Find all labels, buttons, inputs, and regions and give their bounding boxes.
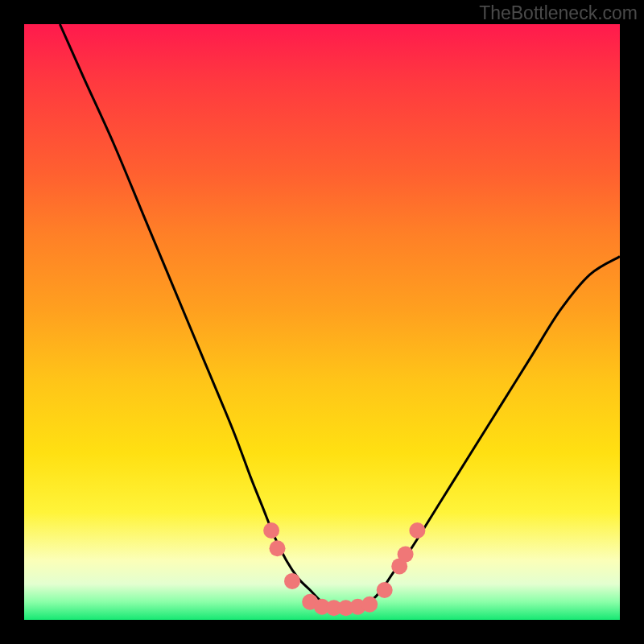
marker-dot <box>284 573 300 589</box>
plot-area <box>24 24 620 620</box>
marker-dot <box>398 547 414 563</box>
marker-dot <box>361 597 378 613</box>
watermark-text: TheBottleneck.com <box>479 2 638 24</box>
marker-dot <box>377 582 393 598</box>
marker-dots <box>263 522 425 616</box>
marker-dot <box>409 522 425 539</box>
marker-dot <box>263 522 279 539</box>
chart-frame: TheBottleneck.com <box>0 0 644 644</box>
bottleneck-curve <box>60 24 620 609</box>
curve-svg <box>24 24 620 620</box>
marker-dot <box>270 540 286 556</box>
